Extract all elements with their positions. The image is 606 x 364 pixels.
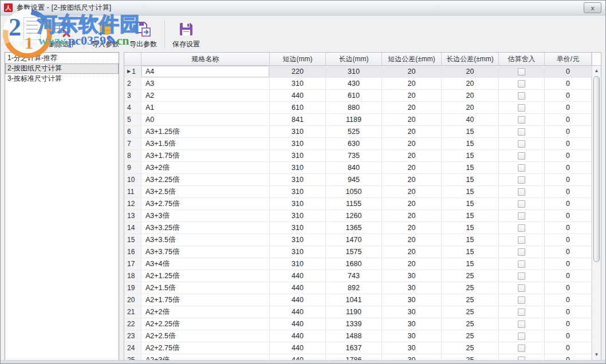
row-number-cell[interactable]: 19 xyxy=(124,282,141,294)
short-tolerance-cell[interactable]: 20 xyxy=(382,126,442,138)
price-cell[interactable]: 0 xyxy=(545,342,592,354)
sidebar-item-1[interactable]: 1-分之计算-推荐 xyxy=(5,53,119,64)
round-checkbox[interactable] xyxy=(518,104,525,112)
short-edge-cell[interactable]: 310 xyxy=(270,222,326,234)
short-tolerance-cell[interactable]: 20 xyxy=(382,174,442,186)
spec-name-cell[interactable]: A2+2倍 xyxy=(141,306,270,318)
long-tolerance-cell[interactable]: 15 xyxy=(442,222,499,234)
row-number-header[interactable] xyxy=(124,53,141,66)
sidebar-item-2[interactable]: 2-按图纸尺寸计算 xyxy=(5,64,119,74)
spec-name-cell[interactable]: A2+2.75倍 xyxy=(141,342,270,354)
long-tolerance-cell[interactable]: 25 xyxy=(442,318,499,330)
short-edge-cell[interactable]: 310 xyxy=(270,150,326,162)
round-cell[interactable] xyxy=(499,342,545,354)
row-number-cell[interactable]: 18 xyxy=(124,270,141,282)
long-tolerance-cell[interactable]: 25 xyxy=(442,270,499,282)
short-tolerance-cell[interactable]: 20 xyxy=(382,258,442,270)
round-checkbox[interactable] xyxy=(518,224,525,232)
row-number-cell[interactable]: 9 xyxy=(124,162,141,174)
long-edge-cell[interactable]: 840 xyxy=(326,162,382,174)
row-number-cell[interactable]: 20 xyxy=(124,294,141,306)
price-cell[interactable]: 0 xyxy=(545,66,592,78)
short-tolerance-cell[interactable]: 20 xyxy=(382,78,442,90)
price-cell[interactable]: 0 xyxy=(545,234,592,246)
spec-name-cell[interactable]: A2+1.75倍 xyxy=(141,294,270,306)
spec-name-cell[interactable]: A1 xyxy=(141,102,270,114)
price-header[interactable]: 单价/元 xyxy=(545,53,592,66)
spec-name-cell[interactable]: A3+2倍 xyxy=(141,162,270,174)
round-checkbox[interactable] xyxy=(518,68,525,76)
short-tolerance-cell[interactable]: 30 xyxy=(382,294,442,306)
spec-name-cell[interactable]: A3+2.25倍 xyxy=(141,174,270,186)
long-edge-cell[interactable]: 610 xyxy=(326,90,382,102)
price-cell[interactable]: 0 xyxy=(545,162,592,174)
short-edge-cell[interactable]: 310 xyxy=(270,162,326,174)
row-number-cell[interactable]: 12 xyxy=(124,198,141,210)
long-tolerance-cell[interactable]: 20 xyxy=(442,90,499,102)
long-edge-cell[interactable]: 1575 xyxy=(326,246,382,258)
long-edge-cell[interactable]: 1155 xyxy=(326,198,382,210)
long-edge-cell[interactable]: 1189 xyxy=(326,114,382,126)
short-tolerance-cell[interactable]: 20 xyxy=(382,150,442,162)
price-cell[interactable]: 0 xyxy=(545,174,592,186)
short-tolerance-cell[interactable]: 30 xyxy=(382,282,442,294)
long-tolerance-cell[interactable]: 15 xyxy=(442,258,499,270)
price-cell[interactable]: 0 xyxy=(545,258,592,270)
short-edge-cell[interactable]: 310 xyxy=(270,198,326,210)
round-checkbox[interactable] xyxy=(518,116,525,124)
short-tolerance-cell[interactable]: 20 xyxy=(382,102,442,114)
row-number-cell[interactable]: 23 xyxy=(124,330,141,342)
short-edge-cell[interactable]: 310 xyxy=(270,258,326,270)
short-tolerance-cell[interactable]: 20 xyxy=(382,186,442,198)
short-edge-cell[interactable]: 440 xyxy=(270,306,326,318)
round-cell[interactable] xyxy=(499,198,545,210)
round-cell[interactable] xyxy=(499,210,545,222)
short-edge-cell[interactable]: 310 xyxy=(270,246,326,258)
long-edge-cell[interactable]: 735 xyxy=(326,150,382,162)
long-edge-cell[interactable]: 1365 xyxy=(326,222,382,234)
long-tolerance-header[interactable]: 长边公差(±mm) xyxy=(442,53,499,66)
price-cell[interactable]: 0 xyxy=(545,138,592,150)
round-cell[interactable] xyxy=(499,306,545,318)
short-edge-cell[interactable]: 440 xyxy=(270,318,326,330)
long-edge-cell[interactable]: 1339 xyxy=(326,318,382,330)
round-cell[interactable] xyxy=(499,234,545,246)
price-cell[interactable]: 0 xyxy=(545,306,592,318)
round-cell[interactable] xyxy=(499,222,545,234)
short-edge-cell[interactable]: 440 xyxy=(270,330,326,342)
round-cell[interactable] xyxy=(499,90,545,102)
close-button[interactable]: x xyxy=(584,2,601,13)
short-tolerance-cell[interactable]: 20 xyxy=(382,210,442,222)
short-edge-cell[interactable]: 310 xyxy=(270,210,326,222)
spec-name-cell[interactable]: A2+2.5倍 xyxy=(141,330,270,342)
row-number-cell[interactable]: 22 xyxy=(124,318,141,330)
long-tolerance-cell[interactable]: 15 xyxy=(442,210,499,222)
spec-name-cell[interactable]: A3+1.5倍 xyxy=(141,138,270,150)
round-checkbox[interactable] xyxy=(518,140,525,148)
row-number-cell[interactable]: 10 xyxy=(124,174,141,186)
short-tolerance-cell[interactable]: 30 xyxy=(382,342,442,354)
long-edge-cell[interactable]: 630 xyxy=(326,138,382,150)
round-cell[interactable] xyxy=(499,114,545,126)
price-cell[interactable]: 0 xyxy=(545,330,592,342)
round-checkbox[interactable] xyxy=(518,200,525,208)
delete-selected-button[interactable]: 删除选中 xyxy=(44,17,81,50)
round-cell[interactable] xyxy=(499,270,545,282)
round-cell[interactable] xyxy=(499,78,545,90)
long-tolerance-cell[interactable]: 15 xyxy=(442,174,499,186)
row-number-cell[interactable]: 16 xyxy=(124,246,141,258)
long-edge-cell[interactable]: 1637 xyxy=(326,342,382,354)
round-checkbox[interactable] xyxy=(518,176,525,184)
long-edge-cell[interactable]: 1680 xyxy=(326,258,382,270)
row-number-cell[interactable]: 24 xyxy=(124,342,141,354)
short-edge-cell[interactable]: 310 xyxy=(270,234,326,246)
round-checkbox[interactable] xyxy=(518,333,525,340)
row-number-cell[interactable]: 15 xyxy=(124,234,141,246)
round-checkbox[interactable] xyxy=(518,272,525,280)
round-cell[interactable] xyxy=(499,318,545,330)
price-cell[interactable]: 0 xyxy=(545,126,592,138)
round-cell[interactable] xyxy=(499,282,545,294)
round-cell[interactable] xyxy=(499,246,545,258)
spec-name-cell[interactable]: A3+3.75倍 xyxy=(141,246,270,258)
long-tolerance-cell[interactable]: 25 xyxy=(442,342,499,354)
